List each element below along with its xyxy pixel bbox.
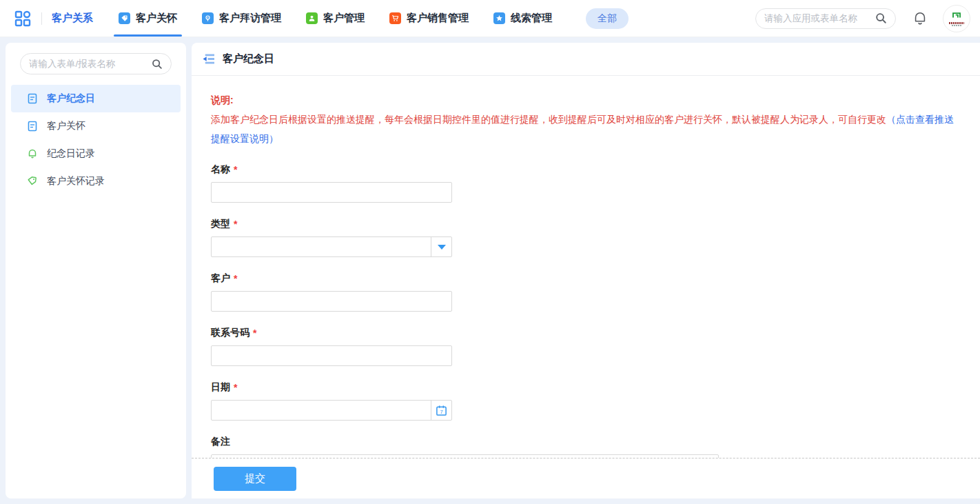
form-search: [20, 53, 172, 74]
field-phone: 联系号码*: [211, 327, 961, 366]
customer-input[interactable]: [211, 291, 452, 312]
field-type: 类型*: [211, 218, 961, 257]
tab-customer-care[interactable]: 客户关怀: [108, 0, 187, 37]
sidebar-item-label: 纪念日记录: [47, 148, 95, 160]
required-mark: *: [234, 164, 237, 175]
sidebar-item-label: 客户纪念日: [47, 92, 95, 105]
required-mark: *: [234, 273, 237, 284]
tag-icon: [27, 176, 38, 187]
tab-label: 客户拜访管理: [219, 12, 281, 25]
field-label: 备注: [211, 436, 230, 448]
search-icon[interactable]: [875, 12, 887, 24]
sidebar-list: 客户纪念日 客户关怀 纪念日记录: [6, 85, 186, 195]
tag-icon: [119, 12, 130, 24]
sidebar-item-label: 客户关怀: [47, 120, 85, 132]
notice-heading: 说明:: [211, 90, 961, 110]
field-date: 日期* 7: [211, 381, 961, 421]
app-root: 客户关系 客户关怀 客户拜访管理 客户管理: [0, 0, 980, 498]
top-navbar: 客户关系 客户关怀 客户拜访管理 客户管理: [0, 0, 980, 37]
field-name: 名称*: [211, 163, 961, 203]
field-label: 客户: [211, 272, 230, 285]
tab-label: 客户销售管理: [407, 12, 469, 25]
cart-icon: [389, 12, 401, 24]
search-icon[interactable]: [152, 59, 163, 70]
required-mark: *: [234, 382, 237, 393]
apps-grid-icon[interactable]: [14, 10, 32, 28]
bell-icon: [27, 148, 38, 159]
pin-icon: [202, 12, 214, 24]
star-icon: [493, 12, 505, 24]
date-picker[interactable]: 7: [211, 400, 452, 421]
chevron-down-icon[interactable]: [431, 237, 451, 256]
name-input[interactable]: [211, 182, 452, 203]
form-search-input[interactable]: [29, 59, 152, 69]
document-icon: [27, 93, 38, 104]
field-label: 类型: [211, 218, 230, 230]
logo-text-line: [952, 25, 961, 26]
sidebar: 客户纪念日 客户关怀 纪念日记录: [6, 43, 186, 498]
sidebar-item-care-records[interactable]: 客户关怀记录: [11, 168, 181, 195]
field-remark: 备注: [211, 436, 961, 458]
phone-input[interactable]: [211, 345, 452, 366]
page-title: 客户纪念日: [223, 52, 274, 65]
app-tabs: 客户关怀 客户拜访管理 客户管理 客户销售管理: [108, 0, 629, 37]
app-search: [755, 8, 896, 29]
sidebar-item-anniversary[interactable]: 客户纪念日: [11, 85, 181, 112]
sidebar-item-label: 客户关怀记录: [47, 175, 105, 188]
tab-leads-mgmt[interactable]: 线索管理: [483, 0, 562, 37]
document-icon: [27, 121, 38, 132]
notification-bell-icon[interactable]: [912, 11, 928, 26]
all-apps-pill[interactable]: 全部: [586, 8, 629, 29]
submit-button[interactable]: 提交: [214, 467, 296, 491]
field-label: 名称: [211, 163, 230, 176]
tab-customer-mgmt[interactable]: 客户管理: [296, 0, 375, 37]
calendar-icon[interactable]: 7: [431, 401, 451, 420]
type-select[interactable]: [211, 236, 452, 257]
field-label: 联系号码: [211, 327, 249, 339]
panel-header: 客户纪念日: [192, 43, 980, 76]
notice-text: 添加客户纪念日后根据设置的推送提醒，每年会根据日期控件里的值进行提醒，收到提醒后…: [211, 114, 886, 125]
app-search-input[interactable]: [764, 13, 875, 23]
form-body: 说明: 添加客户纪念日后根据设置的推送提醒，每年会根据日期控件里的值进行提醒，收…: [192, 76, 980, 458]
field-label: 日期: [211, 381, 230, 394]
content-area: 客户纪念日 客户关怀 纪念日记录: [0, 37, 980, 498]
type-select-input[interactable]: [212, 237, 431, 256]
required-mark: *: [253, 327, 256, 339]
tab-label: 客户管理: [323, 12, 365, 25]
brand-title: 客户关系: [52, 12, 93, 25]
tab-customer-visit[interactable]: 客户拜访管理: [192, 0, 292, 37]
nav-right: [755, 0, 980, 37]
tab-label: 线索管理: [511, 12, 552, 25]
tab-label: 客户关怀: [136, 12, 177, 25]
person-icon: [306, 12, 318, 24]
sidebar-item-anniversary-records[interactable]: 纪念日记录: [11, 140, 181, 168]
date-input[interactable]: [212, 401, 431, 420]
main-panel: 客户纪念日 说明: 添加客户纪念日后根据设置的推送提醒，每年会根据日期控件里的值…: [192, 43, 980, 498]
form-footer: 提交: [192, 458, 980, 498]
logo-text-line: [949, 22, 964, 24]
divider: [41, 12, 42, 25]
sidebar-item-care[interactable]: 客户关怀: [11, 112, 181, 140]
notice-block: 说明: 添加客户纪念日后根据设置的推送提醒，每年会根据日期控件里的值进行提醒，收…: [211, 90, 961, 148]
field-customer: 客户*: [211, 272, 961, 312]
avatar[interactable]: [943, 5, 970, 32]
tab-sales-mgmt[interactable]: 客户销售管理: [379, 0, 479, 37]
collapse-sidebar-icon[interactable]: [202, 53, 215, 65]
svg-text:7: 7: [440, 409, 442, 415]
required-mark: *: [234, 219, 237, 230]
nav-left: 客户关系: [14, 0, 93, 37]
